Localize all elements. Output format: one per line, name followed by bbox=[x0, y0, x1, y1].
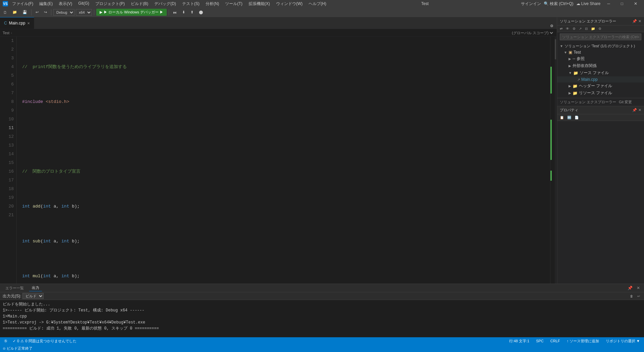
se-tab-git[interactable]: Git 変更 bbox=[619, 100, 632, 105]
ln-3: 3 bbox=[0, 54, 14, 63]
menu-git[interactable]: Git(G) bbox=[75, 0, 92, 7]
menu-view[interactable]: 表示(V) bbox=[56, 0, 75, 7]
toolbar-sep-1 bbox=[31, 9, 32, 15]
prop-sort-btn[interactable]: 🔤 bbox=[566, 115, 573, 120]
se-close-btn[interactable]: ✕ bbox=[638, 19, 641, 23]
breadcrumb: Test › (グローバル スコープ) bbox=[0, 29, 557, 37]
output-line-1: ビルドを開始しました... bbox=[3, 301, 641, 307]
scrollbar-thumb[interactable] bbox=[555, 39, 556, 59]
step-over-btn[interactable]: ⏭ bbox=[171, 10, 179, 15]
title-bar: VS ファイル(F) 編集(E) 表示(V) Git(G) プロジェクト(P) … bbox=[0, 0, 644, 7]
change-indicator-1 bbox=[550, 67, 552, 94]
menu-file[interactable]: ファイル(F) bbox=[9, 0, 36, 7]
code-content[interactable]: // printf関数を使うためのライブラリを追加する #include <st… bbox=[17, 37, 550, 284]
search-input-title[interactable]: 🔍 検索 (Ctrl+Q) bbox=[544, 1, 574, 7]
se-pin-btn[interactable]: 📌 bbox=[632, 19, 637, 23]
menu-test[interactable]: テスト(S) bbox=[179, 0, 202, 7]
output-source-label: 出力元(S): bbox=[3, 293, 21, 299]
output-clear-btn[interactable]: 🗑 bbox=[629, 294, 635, 299]
menu-window[interactable]: ウィンドウ(W) bbox=[273, 0, 305, 7]
tree-solution[interactable]: ▼ ソリューション 'Test' (1/1 のプロジェクト) bbox=[557, 43, 644, 49]
tree-resource-files[interactable]: ▶ 📁 リソース ファイル bbox=[557, 90, 644, 97]
step-into-btn[interactable]: ⬇ bbox=[180, 9, 187, 15]
se-properties-btn[interactable]: ⚙ bbox=[597, 26, 603, 31]
minimize-button[interactable]: ─ bbox=[603, 1, 614, 7]
change-indicator-3 bbox=[550, 171, 552, 181]
indent-type[interactable]: SPC bbox=[535, 339, 545, 343]
properties-pin-btn[interactable]: 📌 bbox=[632, 108, 637, 112]
tab-bar: C Main.cpp ✕ ⚙ bbox=[0, 17, 557, 29]
tree-main-cpp[interactable]: ▶ ↗ Main.cpp bbox=[557, 76, 644, 82]
output-source-select[interactable]: ビルド bbox=[22, 293, 44, 299]
error-status[interactable]: ✓ 0 ⚠ 0 問題は見つかりませんでした bbox=[11, 339, 78, 344]
menu-tools[interactable]: ツール(T) bbox=[222, 0, 245, 7]
output-tab-errors[interactable]: エラー一覧 bbox=[3, 285, 26, 291]
title-bar-left: VS ファイル(F) 編集(E) 表示(V) Git(G) プロジェクト(P) … bbox=[3, 0, 329, 7]
undo-btn[interactable]: ↩ bbox=[34, 9, 41, 15]
ln-12: 12 bbox=[0, 132, 14, 141]
solution-explorer-toolbar: ⇄ 👁 ⚙ ↗ ⊟ 📁 ⚙ bbox=[557, 25, 644, 32]
prop-pages-btn[interactable]: 📄 bbox=[573, 115, 580, 120]
properties-close-btn[interactable]: ✕ bbox=[638, 108, 641, 112]
open-btn[interactable]: 📁 bbox=[10, 9, 19, 15]
toolbar: 🗋 📁 💾 ↩ ↪ Debug x64 ▶ ▶ ローカル Windows デバッ… bbox=[0, 7, 644, 17]
status-bar: ⑤ ✓ 0 ⚠ 0 問題は見つかりませんでした 行:48 文字:1 SPC CR… bbox=[0, 337, 644, 345]
liveshare-button[interactable]: ☁ Live Share bbox=[576, 1, 601, 6]
maximize-button[interactable]: □ bbox=[617, 1, 627, 7]
source-control-status[interactable]: ⑤ bbox=[3, 339, 9, 343]
step-out-btn[interactable]: ⬆ bbox=[189, 9, 196, 15]
line-numbers: 1 2 3 4 5 6 7 8 9 10 11 12 13 14 15 16 1… bbox=[0, 37, 17, 284]
menu-edit[interactable]: 編集(E) bbox=[37, 0, 55, 7]
tree-source-files[interactable]: ▼ 📁 ソース ファイル bbox=[557, 69, 644, 76]
code-line-6: int sub(int a, int b); bbox=[22, 237, 550, 246]
signin-button[interactable]: サインイン bbox=[521, 1, 541, 7]
ln-20: 20 bbox=[0, 202, 14, 211]
ln-9: 9 bbox=[0, 106, 14, 115]
line-ending[interactable]: CRLF bbox=[549, 339, 561, 343]
se-filter-btn[interactable]: ⚙ bbox=[571, 26, 577, 31]
output-wrap-btn[interactable]: ↩ bbox=[636, 294, 641, 299]
se-sync-btn[interactable]: ⇄ bbox=[558, 26, 564, 31]
output-tab-output[interactable]: 出力 bbox=[29, 285, 42, 291]
se-preview-btn[interactable]: ↗ bbox=[578, 26, 583, 31]
se-collapse-btn[interactable]: ⊟ bbox=[584, 26, 589, 31]
new-file-btn[interactable]: 🗋 bbox=[1, 10, 9, 15]
menu-extensions[interactable]: 拡張機能(X) bbox=[246, 0, 273, 7]
tab-main-cpp[interactable]: C Main.cpp ✕ bbox=[0, 17, 34, 29]
tree-references[interactable]: ▶ ◦◦ 参照 bbox=[557, 55, 644, 62]
menu-help[interactable]: ヘルプ(H) bbox=[306, 0, 329, 7]
breadcrumb-file[interactable]: Test bbox=[3, 31, 9, 35]
menu-project[interactable]: プロジェクト(P) bbox=[93, 0, 127, 7]
menu-debug[interactable]: デバッグ(D) bbox=[152, 0, 179, 7]
se-tab-se[interactable]: ソリューション エクスプローラー bbox=[560, 100, 616, 105]
toolbar-sep-2 bbox=[51, 9, 51, 15]
source-collapse-icon: ▼ bbox=[569, 71, 572, 75]
save-btn[interactable]: 💾 bbox=[20, 9, 29, 15]
output-close-btn[interactable]: ✕ bbox=[635, 286, 641, 290]
solution-search-input[interactable] bbox=[560, 34, 641, 40]
menu-build[interactable]: ビルド(B) bbox=[128, 0, 151, 7]
tree-external-deps[interactable]: ▶ 外部依存関係 bbox=[557, 62, 644, 69]
references-label: ◦◦ 参照 bbox=[573, 56, 585, 62]
cursor-position[interactable]: 行:48 文字:1 bbox=[508, 339, 531, 344]
repo-select-btn[interactable]: リポジトリの選択 ▼ bbox=[604, 339, 641, 344]
scope-select[interactable]: (グローバル スコープ) bbox=[511, 31, 554, 35]
prop-categories-btn[interactable]: 📋 bbox=[558, 115, 565, 120]
run-debugger-button[interactable]: ▶ ▶ ローカル Windows デバッガー ▶ bbox=[96, 9, 167, 16]
tab-settings-btn[interactable]: ⚙ bbox=[548, 23, 555, 29]
tab-close-btn[interactable]: ✕ bbox=[27, 21, 30, 25]
external-label: 外部依存関係 bbox=[573, 63, 597, 69]
breakpoints-btn[interactable]: ⬤ bbox=[197, 9, 205, 15]
tree-header-files[interactable]: ▶ 📁 ヘッダー ファイル bbox=[557, 82, 644, 90]
config-select[interactable]: Debug bbox=[53, 9, 74, 16]
platform-select[interactable]: x64 bbox=[76, 9, 92, 16]
redo-btn[interactable]: ↪ bbox=[42, 9, 49, 15]
output-pin-btn[interactable]: 📌 bbox=[626, 286, 634, 290]
se-new-folder-btn[interactable]: 📁 bbox=[590, 26, 596, 31]
menu-analyze[interactable]: 分析(N) bbox=[203, 0, 222, 7]
se-show-all-btn[interactable]: 👁 bbox=[565, 26, 571, 31]
tree-project[interactable]: ▼ ▣ Test bbox=[557, 49, 644, 55]
source-manage-btn[interactable]: ↑ ソース管理に追加 bbox=[565, 339, 600, 344]
close-button[interactable]: ✕ bbox=[630, 1, 641, 7]
resource-folder-icon: 📁 bbox=[573, 91, 578, 96]
